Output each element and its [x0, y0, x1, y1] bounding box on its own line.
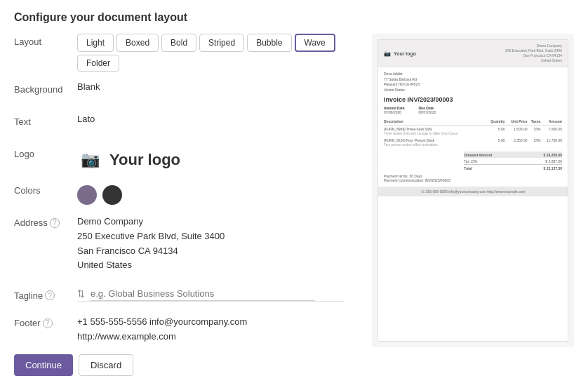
preview-client-address: 77 Santa Barbara Rd — [384, 77, 562, 83]
logo-label: Logo — [14, 146, 77, 159]
preview-total-value: $ 22,137.50 — [544, 166, 562, 170]
layout-btn-light[interactable]: Light — [77, 34, 114, 52]
preview-due-date-col: Due Date 08/07/2020 — [418, 106, 436, 114]
preview-payment-comm: Payment Communication: INV/2023/00003 — [384, 178, 562, 182]
layout-btn-bubble[interactable]: Bubble — [247, 34, 291, 52]
footer-help-icon[interactable]: ? — [43, 318, 53, 328]
camera-icon: 📷 — [81, 151, 100, 169]
bottom-bar: Continue Discard — [14, 347, 574, 376]
text-font: Lato — [77, 114, 95, 124]
text-row: Text Lato — [14, 114, 358, 136]
tagline-label: Tagline ? — [14, 288, 77, 301]
tagline-input-group: ⇅ — [77, 287, 358, 301]
preview-footer: +1 555-555-5556 info@yourcompany.com htt… — [378, 187, 568, 196]
preview-body: Deco Addict 77 Santa Barbara Rd Pleasant… — [378, 67, 568, 187]
layout-row: Layout Light Boxed Bold Striped Bubble W… — [14, 34, 358, 72]
footer-text: +1 555-555-5556 info@yourcompany.com htt… — [77, 315, 358, 344]
preview-company-address: 250 Executive Park Blvd, Suite 3400 — [505, 48, 562, 53]
address-line-4: United States — [77, 258, 358, 273]
preview-panel: 📷 Your logo Demo Company 250 Executive P… — [372, 34, 574, 347]
preview-client-city: Pleasant Hill CA 94523 — [384, 82, 562, 88]
table-row: [FURN_8999] Three-Seat Sofa Three Seater… — [384, 126, 562, 137]
preview-totals: Untaxed Amount $ 19,250.00 Tax 15% $ 2,8… — [464, 152, 562, 171]
preview-header: 📷 Your logo Demo Company 250 Executive P… — [378, 40, 568, 67]
preview-due-date: 08/07/2020 — [418, 110, 436, 114]
preview-untaxed-value: $ 19,250.00 — [544, 153, 562, 157]
background-value: Blank — [77, 81, 358, 92]
content-area: Layout Light Boxed Bold Striped Bubble W… — [14, 34, 574, 347]
preview-row2-tax: 15% — [528, 137, 541, 148]
background-label: Background — [14, 81, 77, 95]
preview-tax-value: $ 2,887.50 — [545, 159, 562, 163]
preview-logo: 📷 Your logo — [384, 51, 416, 57]
layout-btn-wave[interactable]: Wave — [295, 34, 335, 52]
address-row: Address ? Demo Company 250 Executive Par… — [14, 215, 358, 273]
preview-dates: Invoice Date 07/08/2020 Due Date 08/07/2… — [384, 106, 562, 114]
preview-row1-tax: 15% — [528, 126, 541, 137]
footer-row: Footer ? +1 555-555-5556 info@yourcompan… — [14, 315, 358, 344]
footer-label: Footer ? — [14, 315, 77, 328]
address-line-2: 250 Executive Park Blvd, Suite 3400 — [77, 229, 358, 244]
preview-col-qty: Quantity — [486, 118, 505, 126]
layout-btn-folder[interactable]: Folder — [77, 55, 119, 72]
colors-label: Colors — [14, 182, 77, 196]
address-help-icon[interactable]: ? — [50, 218, 60, 228]
footer-line-2: http://www.example.com — [77, 330, 358, 344]
tagline-content: ⇅ — [77, 287, 358, 302]
text-label: Text — [14, 114, 77, 127]
preview-client-info: Deco Addict 77 Santa Barbara Rd Pleasant… — [384, 72, 562, 93]
preview-col-desc: Description — [384, 118, 486, 126]
preview-col-price: Unit Price — [505, 118, 528, 126]
discard-button[interactable]: Discard — [79, 354, 133, 376]
color-swatch-secondary[interactable] — [102, 185, 122, 205]
page-title: Configure your document layout — [14, 11, 574, 24]
preview-logo-text: Your logo — [394, 51, 416, 56]
tagline-input[interactable] — [91, 287, 315, 301]
table-row: [FURN_8220] Four Person Desk Four person… — [384, 137, 562, 148]
layout-btn-boxed[interactable]: Boxed — [116, 34, 159, 52]
layout-btn-striped[interactable]: Striped — [199, 34, 244, 52]
preview-company-country: United States — [505, 58, 562, 63]
preview-row1-price: 1,500.00 — [505, 126, 528, 137]
text-value: Lato — [77, 114, 358, 124]
preview-frame: 📷 Your logo Demo Company 250 Executive P… — [372, 34, 574, 347]
background-row: Background Blank — [14, 81, 358, 104]
address-line-3: San Francisco CA 94134 — [77, 244, 358, 259]
tagline-help-icon[interactable]: ? — [45, 290, 55, 300]
footer-line-1: +1 555-555-5556 info@yourcompany.com — [77, 315, 358, 330]
tagline-divider — [77, 301, 344, 302]
color-swatch-primary[interactable] — [77, 185, 97, 205]
continue-button[interactable]: Continue — [14, 354, 73, 376]
preview-row1-qty: 5.00 — [486, 126, 505, 137]
preview-col-amount: Amount — [540, 118, 562, 126]
logo-row: Logo 📷 Your logo — [14, 146, 358, 173]
preview-row1-desc: [FURN_8999] Three-Seat Sofa Three Seater… — [384, 126, 486, 137]
tagline-arrows[interactable]: ⇅ — [77, 288, 85, 299]
preview-row2-price: 2,350.00 — [505, 137, 528, 148]
preview-untaxed-label: Untaxed Amount — [464, 153, 492, 157]
preview-tax-label: Tax 15% — [464, 159, 477, 163]
logo-text: Your logo — [109, 151, 180, 169]
page-container: Configure your document layout Layout Li… — [0, 0, 588, 383]
address-label: Address ? — [14, 215, 77, 228]
footer-content: +1 555-555-5556 info@yourcompany.com htt… — [77, 315, 358, 344]
left-panel: Layout Light Boxed Bold Striped Bubble W… — [14, 34, 358, 347]
preview-invoice-title: Invoice INV/2023/00003 — [384, 96, 562, 103]
logo-icon-wrapper[interactable]: 📷 — [77, 147, 102, 173]
layout-options: Light Boxed Bold Striped Bubble Wave Fol… — [77, 34, 358, 72]
preview-col-tax: Taxes — [528, 118, 541, 126]
color-swatches-group — [77, 182, 358, 205]
logo-content: 📷 Your logo — [77, 146, 358, 173]
preview-company-city: San Francisco CA 94134 — [505, 53, 562, 58]
preview-camera-icon: 📷 — [384, 51, 391, 57]
preview-row1-amount: 7,500.00 — [540, 126, 562, 137]
layout-btn-bold[interactable]: Bold — [161, 34, 196, 52]
background-text: Blank — [77, 81, 100, 92]
up-down-icon: ⇅ — [77, 288, 85, 299]
preview-invoice-date-col: Invoice Date 07/08/2020 — [384, 106, 404, 114]
preview-client-country: United States — [384, 88, 562, 93]
preview-invoice-date: 07/08/2020 — [384, 110, 404, 114]
address-text: Demo Company 250 Executive Park Blvd, Su… — [77, 215, 358, 273]
preview-total-row: Total $ 22,137.50 — [464, 164, 562, 171]
preview-row2-desc: [FURN_8220] Four Person Desk Four person… — [384, 137, 486, 148]
